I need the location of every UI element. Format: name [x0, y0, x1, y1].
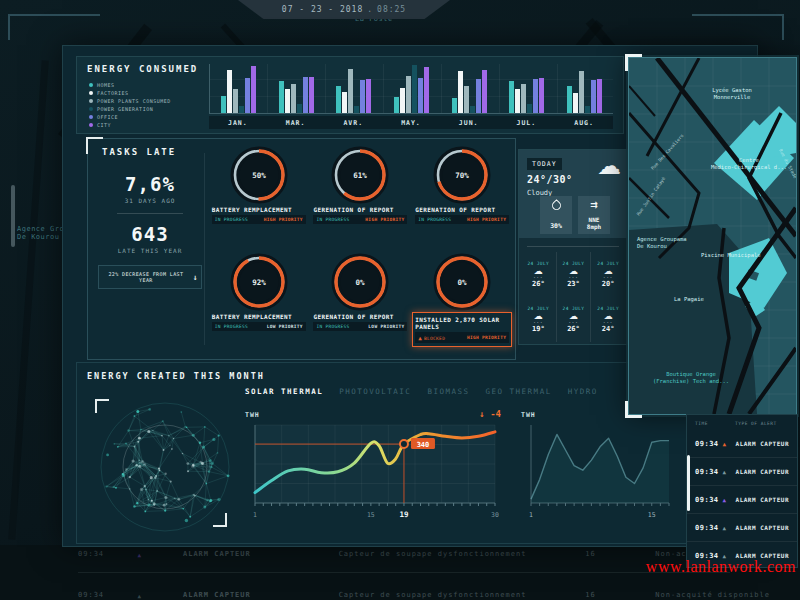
bar[interactable] — [515, 89, 520, 113]
bar[interactable] — [291, 84, 296, 113]
bar[interactable] — [482, 70, 487, 113]
bar[interactable] — [221, 96, 226, 113]
alert-row[interactable]: 09:34 ▲ ALARM CAPTEUR — [687, 430, 797, 458]
bar[interactable] — [527, 104, 532, 113]
priority-badge: HIGH PRIORITY — [467, 217, 506, 222]
legend-item[interactable]: CITY — [89, 121, 171, 129]
bar[interactable] — [342, 92, 347, 113]
svg-text:61%: 61% — [354, 171, 368, 180]
bar[interactable] — [464, 86, 469, 113]
bar-chart-months: JAN.MAR.AVR.MAY.JUN.JUL.AUG. — [209, 116, 613, 129]
bar[interactable] — [424, 67, 429, 113]
map-label: Médico-Chirurgical d... — [711, 164, 787, 171]
task-ring-card[interactable]: 0%GERENATION OF REPORT IN PROGRESS LOW P… — [310, 250, 412, 357]
background-row-divider — [78, 572, 730, 573]
alert-row[interactable]: 09:34 ▲ ALARM CAPTEUR — [687, 486, 797, 514]
bar[interactable] — [458, 71, 463, 113]
bar[interactable] — [470, 106, 475, 113]
alerts-scrollbar[interactable] — [687, 455, 690, 511]
legend-item[interactable]: HOMES — [89, 81, 171, 89]
tab-geo-thermal[interactable]: GEO THERMAL — [486, 387, 552, 396]
legend-item[interactable]: FACTORIES — [89, 89, 171, 97]
bar[interactable] — [239, 106, 244, 113]
bar[interactable] — [297, 104, 302, 113]
bar[interactable] — [597, 79, 602, 113]
bar[interactable] — [573, 93, 578, 113]
legend-item[interactable]: POWER GENERATION — [89, 105, 171, 113]
warning-triangle-icon: ▲ — [418, 334, 422, 341]
wind-value: NNE8mph — [587, 216, 601, 230]
bar[interactable] — [360, 80, 365, 113]
bar[interactable] — [245, 78, 250, 113]
forecast-temp: 26° — [532, 280, 545, 288]
bar[interactable] — [476, 79, 481, 113]
bar[interactable] — [336, 86, 341, 113]
bar[interactable] — [533, 79, 538, 113]
alert-severity-icon: ▲ — [137, 551, 182, 558]
tab-solar-thermal[interactable]: SOLAR THERMAL — [245, 387, 323, 396]
bar[interactable] — [303, 77, 308, 113]
task-ring-card[interactable]: 70%GERENATION OF REPORT IN PROGRESS HIGH… — [411, 143, 513, 250]
forecast-temp: 26° — [567, 325, 580, 333]
bar[interactable] — [509, 81, 514, 113]
bar[interactable] — [452, 98, 457, 113]
tasks-vertical-divider — [204, 153, 205, 345]
forecast-cell: 24 JULY ☁ ··· 20° — [590, 252, 625, 297]
forecast-cell: 24 JULY ☁ ··· 26° — [556, 297, 591, 342]
bar[interactable] — [279, 81, 284, 113]
alert-time: 09:34 — [70, 550, 137, 558]
solar-line-chart[interactable]: 340 1151930 — [247, 421, 499, 527]
alert-count: 16 — [585, 591, 655, 599]
task-ring-card[interactable]: 0%INSTALLED 2,870 SOLAR PANELS ▲BLOCKED … — [411, 250, 513, 357]
bar[interactable] — [591, 80, 596, 113]
alert-count: 16 — [585, 550, 655, 558]
tab-biomass[interactable]: BIOMASS — [427, 387, 469, 396]
task-ring-card[interactable]: 92%BATTERY REMPLACEMENT IN PROGRESS LOW … — [208, 250, 310, 357]
alert-row[interactable]: 09:34 ▲ ALARM CAPTEUR — [687, 514, 797, 542]
bar[interactable] — [412, 65, 417, 113]
bar-group — [221, 64, 256, 113]
bar[interactable] — [579, 71, 584, 113]
bar[interactable] — [285, 89, 290, 114]
legend-item[interactable]: POWER PLANTS CONSUMED — [89, 97, 171, 105]
bar[interactable] — [309, 77, 314, 113]
date-text: 07 - 23 - 2018 — [282, 5, 363, 14]
bar[interactable] — [585, 106, 590, 113]
map-canvas[interactable]: Lycée GastonMonnervilleCentreMédico-Chir… — [629, 58, 796, 414]
wind-box: ⇉ NNE8mph — [578, 196, 610, 234]
bar[interactable] — [348, 69, 353, 113]
bar[interactable] — [406, 76, 411, 113]
line-chart-ylabel: TWH — [245, 411, 260, 419]
map-bracket-top-left — [625, 54, 642, 71]
background-alert-row: 09:34 ▲ ALARM CAPTEUR Capteur de soupape… — [70, 588, 770, 600]
energy-consumed-legend: HOMESFACTORIESPOWER PLANTS CONSUMEDPOWER… — [89, 81, 171, 129]
bar[interactable] — [539, 78, 544, 113]
map-panel[interactable]: Lycée GastonMonnervilleCentreMédico-Chir… — [628, 57, 797, 415]
alerts-list: 09:34 ▲ ALARM CAPTEUR09:34 ▲ ALARM CAPTE… — [687, 430, 797, 568]
bar[interactable] — [354, 106, 359, 113]
bar[interactable] — [567, 86, 572, 113]
svg-text:50%: 50% — [252, 171, 266, 180]
overview-area-chart[interactable]: 115 — [523, 421, 675, 527]
bar[interactable] — [227, 70, 232, 113]
bar[interactable] — [521, 84, 526, 113]
blocked-task-box[interactable]: INSTALLED 2,870 SOLAR PANELS ▲BLOCKED HI… — [412, 312, 512, 347]
bar[interactable] — [251, 66, 256, 113]
bar[interactable] — [400, 88, 405, 113]
tab-hydro[interactable]: HYDRO — [568, 387, 598, 396]
tab-photovoltaic[interactable]: PHOTOVOLTAIC — [339, 387, 411, 396]
map-bracket-bottom-left — [625, 401, 642, 418]
task-ring-card[interactable]: 50%BATTERY REMPLACEMENT IN PROGRESS HIGH… — [208, 143, 310, 250]
bar[interactable] — [418, 78, 423, 113]
bar[interactable] — [394, 97, 399, 113]
legend-item[interactable]: OFFICE — [89, 113, 171, 121]
task-ring-card[interactable]: 61%GERENATION OF REPORT IN PROGRESS HIGH… — [310, 143, 412, 250]
bar[interactable] — [366, 79, 371, 113]
energy-created-title: ENERGY CREATED THIS MONTH — [87, 371, 265, 381]
rain-dots-icon: ··· — [568, 277, 578, 279]
alert-row[interactable]: 09:34 ▲ ALARM CAPTEUR — [687, 458, 797, 486]
bar[interactable] — [233, 89, 238, 114]
energy-consumed-chart: JAN.MAR.AVR.MAY.JUN.JUL.AUG. — [199, 61, 615, 129]
decrease-note-text: 22% DECREASE FROM LAST YEAR — [102, 271, 190, 283]
rain-dots-icon: ··· — [603, 322, 613, 324]
